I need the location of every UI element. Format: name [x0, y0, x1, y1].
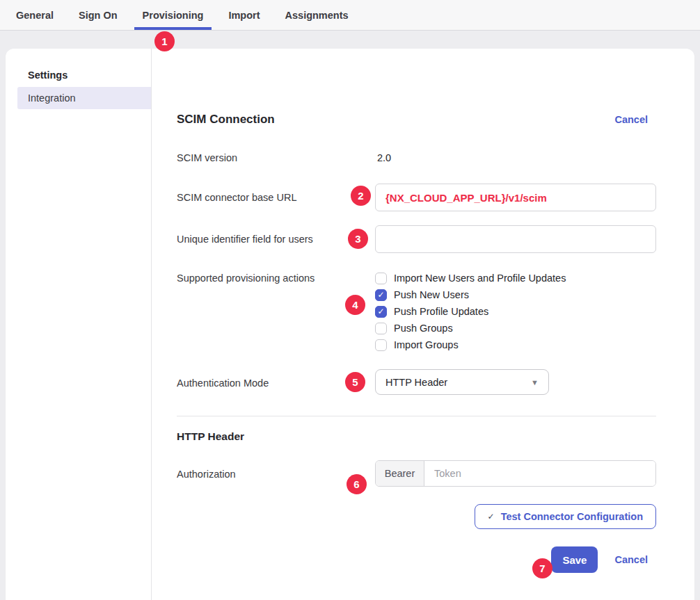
step-badge-7: 7 [532, 558, 552, 578]
checkbox-label: Import New Users and Profile Updates [394, 273, 566, 284]
test-connector-row: ✓ Test Connector Configuration [177, 504, 656, 529]
save-button[interactable]: Save [551, 546, 598, 573]
auth-mode-selected-value: HTTP Header [385, 377, 447, 388]
checkbox-label: Import Groups [394, 339, 459, 350]
checkbox-label: Push Profile Updates [394, 306, 488, 317]
provisioning-card: Settings Integration SCIM Connection Can… [6, 49, 694, 600]
checkbox-icon[interactable] [375, 306, 387, 318]
section-divider [177, 416, 656, 416]
checkbox-push-new-users[interactable]: Push New Users [375, 286, 656, 303]
token-input[interactable] [424, 461, 655, 486]
chevron-down-icon: ▼ [531, 378, 539, 387]
checkbox-icon[interactable] [375, 289, 387, 301]
unique-id-label: Unique identifier field for users [177, 225, 375, 248]
cancel-link-bottom[interactable]: Cancel [614, 554, 648, 565]
provisioning-actions-label: Supported provisioning actions [177, 270, 375, 286]
provisioning-actions-list: Import New Users and Profile Updates Pus… [375, 270, 656, 353]
authorization-row: Authorization Bearer [177, 460, 656, 487]
bearer-prefix: Bearer [376, 461, 424, 486]
base-url-input[interactable] [375, 184, 656, 211]
checkbox-label: Push New Users [394, 289, 469, 300]
auth-mode-row: Authentication Mode HTTP Header ▼ [177, 369, 656, 395]
scim-version-label: SCIM version [177, 149, 375, 166]
checkbox-icon[interactable] [375, 323, 387, 334]
tab-import[interactable]: Import [220, 0, 268, 30]
scim-version-row: SCIM version 2.0 [177, 149, 656, 166]
app-tab-bar: General Sign On Provisioning Import Assi… [0, 0, 700, 31]
sidebar-heading: Settings [28, 67, 151, 83]
save-row: Save Cancel [177, 546, 656, 573]
base-url-label: SCIM connector base URL [177, 184, 375, 206]
authorization-label: Authorization [177, 460, 375, 483]
cancel-link-top[interactable]: Cancel [614, 114, 648, 125]
scim-version-value: 2.0 [375, 149, 391, 166]
checkbox-import-groups[interactable]: Import Groups [375, 337, 656, 353]
checkbox-push-groups[interactable]: Push Groups [375, 320, 656, 337]
scim-connection-form: SCIM Connection Cancel SCIM version 2.0 … [152, 49, 694, 600]
test-connector-button[interactable]: ✓ Test Connector Configuration [475, 504, 656, 529]
checkbox-label: Push Groups [394, 323, 453, 334]
test-connector-button-label: Test Connector Configuration [501, 511, 643, 522]
http-header-section-heading: HTTP Header [177, 428, 656, 445]
step-badge-4: 4 [345, 295, 365, 315]
provisioning-actions-row: Supported provisioning actions Import Ne… [177, 270, 656, 353]
settings-sidebar: Settings Integration [6, 49, 152, 600]
unique-id-row: Unique identifier field for users [177, 225, 656, 253]
step-badge-1: 1 [154, 31, 175, 51]
tab-provisioning[interactable]: Provisioning [134, 0, 212, 30]
tab-sign-on[interactable]: Sign On [70, 0, 126, 30]
authorization-input-group: Bearer [375, 460, 656, 487]
tab-general[interactable]: General [8, 0, 62, 30]
checkbox-push-profile-updates[interactable]: Push Profile Updates [375, 303, 656, 320]
sidebar-item-integration[interactable]: Integration [17, 87, 151, 109]
tab-assignments[interactable]: Assignments [277, 0, 357, 30]
checkbox-icon[interactable] [375, 339, 387, 351]
auth-mode-select[interactable]: HTTP Header ▼ [375, 369, 549, 395]
form-header: SCIM Connection Cancel [177, 111, 656, 128]
step-badge-5: 5 [345, 372, 365, 392]
checkbox-import-new-users[interactable]: Import New Users and Profile Updates [375, 270, 656, 286]
check-icon: ✓ [488, 512, 495, 521]
step-badge-3: 3 [348, 229, 368, 249]
base-url-row: SCIM connector base URL [177, 184, 656, 211]
unique-id-input[interactable] [375, 225, 656, 253]
step-badge-2: 2 [351, 186, 371, 206]
step-badge-6: 6 [347, 474, 367, 494]
checkbox-icon[interactable] [375, 273, 387, 284]
page-title: SCIM Connection [177, 113, 275, 127]
